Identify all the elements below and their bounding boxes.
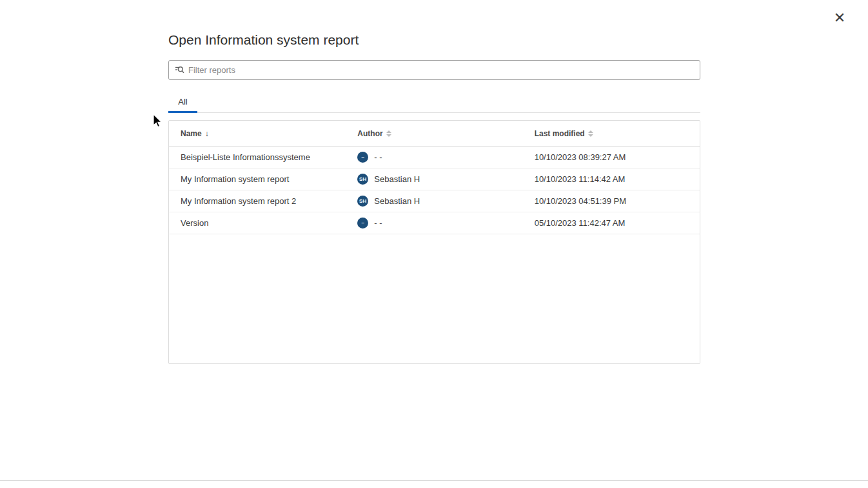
table-row[interactable]: Beispiel-Liste Informationssysteme − - -… [169,147,700,168]
column-header-name[interactable]: Name ↓ [169,121,346,146]
table-row[interactable]: My Information system report SH Sebastia… [169,168,700,190]
sort-carets-icon [386,130,391,137]
report-name-cell[interactable]: Version [169,212,346,234]
filter-reports-box[interactable] [168,60,700,80]
author-cell: SH Sebastian H [346,168,522,190]
column-header-last-modified-label: Last modified [535,129,585,138]
open-report-dialog: ✕ Open Information system report All Nam… [0,0,868,488]
dialog-title: Open Information system report [168,32,359,48]
author-name: - - [374,218,382,228]
close-icon[interactable]: ✕ [832,10,847,26]
author-name: Sebastian H [374,196,420,206]
arrow-down-icon: ↓ [205,130,209,137]
author-name: - - [374,152,382,162]
column-header-author[interactable]: Author [346,121,522,146]
author-cell: − - - [346,212,522,234]
report-tabs: All [168,90,700,113]
filter-reports-input[interactable] [188,65,695,75]
report-name-cell[interactable]: My Information system report 2 [169,190,346,212]
table-row[interactable]: Version − - - 05/10/2023 11:42:47 AM [169,212,700,234]
last-modified-cell: 10/10/2023 08:39:27 AM [523,147,700,168]
avatar: − [357,218,368,229]
report-name-cell[interactable]: Beispiel-Liste Informationssysteme [169,147,346,168]
column-header-name-label: Name [181,129,202,138]
filter-search-icon [174,65,184,76]
table-row[interactable]: My Information system report 2 SH Sebast… [169,190,700,212]
bottom-divider [0,480,868,481]
last-modified-cell: 05/10/2023 11:42:47 AM [523,212,700,234]
avatar: SH [357,174,368,185]
avatar: SH [357,196,368,207]
author-cell: − - - [346,147,522,168]
report-name-cell[interactable]: My Information system report [169,168,346,190]
author-name: Sebastian H [374,174,420,184]
table-header-row: Name ↓ Author Last modified [169,121,700,147]
avatar: − [357,152,368,163]
last-modified-cell: 10/10/2023 04:51:39 PM [523,190,700,212]
mouse-cursor [152,114,164,132]
tab-all[interactable]: All [168,90,197,112]
author-cell: SH Sebastian H [346,190,522,212]
sort-carets-icon [588,130,593,137]
column-header-author-label: Author [357,129,382,138]
column-header-last-modified[interactable]: Last modified [523,121,700,146]
last-modified-cell: 10/10/2023 11:14:42 AM [523,168,700,190]
report-table: Name ↓ Author Last modified Beispiel-Lis… [168,120,700,364]
